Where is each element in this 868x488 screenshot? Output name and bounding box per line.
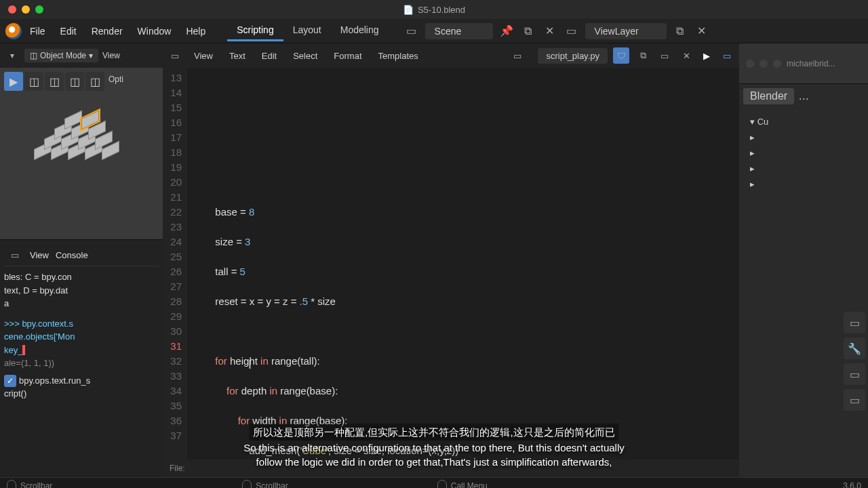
console-console-menu[interactable]: Console	[56, 250, 88, 260]
move-tool[interactable]: ◫	[45, 72, 64, 91]
console-output: bpy.ops.text.run_s	[19, 375, 90, 386]
viewport-view-menu[interactable]: View	[102, 51, 120, 60]
console-prompt: >>> bpy.context.s	[4, 319, 73, 329]
console-output: cript()	[4, 387, 159, 401]
sidebar-toggle-icon[interactable]: ▭	[719, 47, 735, 64]
console-output: text, D = bpy.dat	[4, 284, 159, 298]
console-output: a	[4, 297, 159, 310]
chevron-down-icon: ▾	[89, 51, 93, 60]
scene-name-field[interactable]: Scene	[425, 23, 493, 39]
scene-browse-icon[interactable]: ▭	[403, 23, 420, 39]
outliner-row[interactable]: ▸	[745, 161, 863, 176]
code-content[interactable]: base = 8 size = 3 tall = 5 reset = x = y…	[187, 68, 739, 460]
text-cursor: I	[248, 357, 250, 382]
line-gutter: 13141516 17181920 21222324 25262728 2930…	[163, 68, 187, 460]
editor-format-menu[interactable]: Format	[328, 48, 367, 64]
video-subtitle: 所以这是顶部另一种配置,但实际上这并不符合我们的逻辑,这只是之后的简化而已 So…	[113, 424, 755, 469]
tab-layout[interactable]: Layout	[283, 20, 331, 41]
outliner-row[interactable]: ▸	[745, 129, 863, 145]
outliner-item[interactable]: ▾ Cu	[745, 114, 863, 129]
copy-viewlayer-icon[interactable]: ⧉	[672, 23, 688, 39]
subtitle-english-1: So this is an alternative configuration …	[113, 441, 755, 455]
bg-min-icon	[760, 60, 768, 68]
object-icon: ◫	[30, 51, 37, 60]
menu-edit[interactable]: Edit	[54, 22, 83, 41]
editor-select-menu[interactable]: Select	[288, 48, 323, 64]
maximize-window-button[interactable]	[35, 5, 43, 14]
menu-window[interactable]: Window	[131, 22, 178, 41]
subtitle-chinese: 所以这是顶部另一种配置,但实际上这并不符合我们的逻辑,这只是之后的简化而已	[249, 424, 618, 441]
console-input[interactable]: cene.objects['Mon	[4, 330, 159, 344]
status-scrollbar: Scrollbar	[256, 481, 288, 489]
mouse-icon	[242, 480, 252, 489]
status-callmenu: Call Menu	[451, 481, 488, 489]
text-editor-header: ▭ View Text Edit Select Format Templates…	[163, 43, 739, 68]
mouse-icon	[7, 480, 16, 489]
bg-close-icon	[746, 60, 754, 68]
unlink-text-icon[interactable]: ▭	[656, 47, 673, 64]
console-editor-icon[interactable]: ▭	[7, 247, 23, 263]
menu-render[interactable]: Render	[85, 22, 130, 41]
copy-text-icon[interactable]: ⧉	[635, 47, 651, 64]
run-script-button[interactable]: ▶	[700, 49, 713, 62]
editor-text-menu[interactable]: Text	[224, 48, 251, 64]
chevron-down-icon: ▾	[750, 117, 755, 127]
status-scrollbar: Scrollbar	[20, 481, 52, 489]
close-text-icon[interactable]: ✕	[678, 47, 694, 64]
properties-tab-icon[interactable]: ▭	[844, 312, 865, 333]
pyramid-mesh[interactable]	[27, 98, 136, 206]
mode-selector[interactable]: ◫ Object Mode ▾	[24, 49, 98, 62]
viewlayer-browse-icon[interactable]: ▭	[564, 23, 580, 39]
shield-icon[interactable]: 🛡	[613, 47, 629, 64]
text-editor-type-icon[interactable]: ▭	[167, 47, 183, 64]
select-tool[interactable]: ▶	[4, 72, 23, 91]
mouse-icon	[437, 480, 447, 489]
right-sidebar: michaelbrid... Blender … ▾ Cu ▸ ▸ ▸ ▸ ▭ …	[739, 43, 868, 477]
image-icon[interactable]: ▭	[844, 363, 865, 385]
editor-templates-menu[interactable]: Templates	[373, 48, 424, 64]
cursor-tool[interactable]: ◫	[24, 72, 43, 91]
tab-scripting[interactable]: Scripting	[227, 20, 283, 41]
more-icon[interactable]: …	[798, 90, 809, 102]
code-editor[interactable]: 13141516 17181920 21222324 25262728 2930…	[163, 68, 739, 460]
copy-scene-icon[interactable]: ⧉	[520, 23, 536, 39]
outliner-row[interactable]: ▸	[745, 176, 863, 192]
close-window-button[interactable]	[8, 5, 16, 14]
console-cursor	[22, 345, 25, 355]
editor-type-icon[interactable]: ▾	[4, 47, 20, 64]
script-name-field[interactable]: script_play.py	[538, 48, 608, 64]
check-icon: ✓	[4, 375, 16, 387]
delete-scene-icon[interactable]: ✕	[542, 23, 558, 39]
rotate-tool[interactable]: ◫	[65, 72, 84, 91]
options-label[interactable]: Opti	[106, 72, 126, 91]
app-tag[interactable]: Blender	[743, 88, 794, 104]
tab-modeling[interactable]: Modeling	[331, 20, 389, 41]
window-titlebar: 📄 S5-10.blend	[0, 0, 868, 19]
main-menubar: File Edit Render Window Help Scripting L…	[0, 19, 868, 43]
menu-file[interactable]: File	[23, 22, 52, 41]
wrench-icon[interactable]: 🔧	[844, 338, 865, 359]
bg-max-icon	[773, 60, 781, 68]
console-output: bles: C = bpy.con	[4, 270, 159, 284]
file-icon: 📄	[403, 5, 414, 15]
console-view-menu[interactable]: View	[30, 250, 49, 260]
console-output: ale=(1, 1, 1))	[4, 357, 159, 370]
background-window-title: michaelbrid...	[787, 59, 835, 68]
browse-text-icon[interactable]: ▭	[509, 47, 526, 64]
minimize-window-button[interactable]	[22, 5, 30, 14]
editor-view-menu[interactable]: View	[189, 48, 218, 64]
screen-icon[interactable]: ▭	[844, 389, 865, 411]
outliner-row[interactable]: ▸	[745, 145, 863, 161]
pin-icon[interactable]: 📌	[498, 23, 515, 39]
menu-help[interactable]: Help	[179, 22, 212, 41]
window-title: S5-10.blend	[418, 5, 465, 15]
editor-edit-menu[interactable]: Edit	[256, 48, 282, 64]
status-bar: Scrollbar Scrollbar Call Menu 3.6.0	[0, 477, 868, 488]
scale-tool[interactable]: ◫	[85, 72, 104, 91]
3d-viewport[interactable]: ▾ ◫ Object Mode ▾ View ▶ ◫ ◫ ◫ ◫ Opti	[0, 43, 163, 240]
blender-logo-icon[interactable]	[5, 23, 22, 39]
viewlayer-field[interactable]: ViewLayer	[585, 23, 667, 39]
subtitle-english-2: follow the logic we did in order to get …	[113, 455, 755, 469]
delete-viewlayer-icon[interactable]: ✕	[694, 23, 710, 39]
mode-label: Object Mode	[40, 51, 86, 60]
